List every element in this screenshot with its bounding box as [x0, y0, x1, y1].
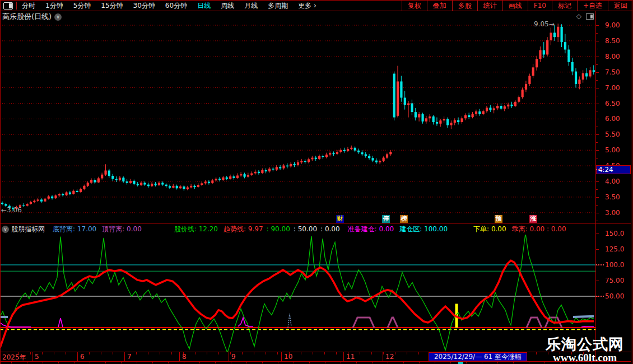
event-badge-财[interactable]: 财 — [336, 215, 344, 223]
action-统计[interactable]: 统计 — [477, 1, 502, 11]
indicator-chart[interactable] — [0, 235, 595, 352]
indicator-value: : 50.00 — [294, 225, 317, 233]
action-多股[interactable]: 多股 — [452, 1, 477, 11]
prepare-line — [581, 326, 594, 327]
indicator-value: 下单: 0.00 — [473, 225, 506, 234]
price-tick-label: 6.00 — [605, 115, 620, 123]
indicator-tick-label: 150.0 — [605, 230, 624, 237]
action-toolbar: 复权叠加多股统计画线F10标记+自选返回 — [402, 1, 633, 11]
action-标记[interactable]: 标记 — [552, 1, 577, 11]
trading-terminal: 分时1分钟5分钟15分钟30分钟60分钟日线周线月线多周期更多 › 复权叠加多股… — [0, 0, 633, 364]
clipped-bottom-row — [0, 362, 633, 364]
action-画线[interactable]: 画线 — [502, 1, 528, 11]
price-tick-label: 4.00 — [605, 178, 620, 185]
indicator-tick-label: 75.00 — [605, 277, 624, 284]
month-label: 12 — [385, 353, 394, 361]
period-tab-分时[interactable]: 分时 — [17, 1, 40, 11]
titlebar-icons: ◇ — [576, 12, 594, 20]
indicator-value: : 0.00 — [320, 225, 340, 233]
indicator-tick-label: 100.0 — [605, 261, 624, 269]
period-tab-更多 ›[interactable]: 更多 › — [293, 1, 322, 11]
indicator-dots-100 — [596, 264, 604, 265]
indicator-value: 乖离: 0.00 : 0.00 — [512, 225, 566, 234]
price-tick-label: 3.50 — [605, 193, 620, 201]
price-tick-label: 7.50 — [605, 68, 620, 76]
indicator-value: 建仓区: 100.00 — [399, 225, 448, 234]
period-tab-30分钟[interactable]: 30分钟 — [128, 1, 160, 11]
event-badge-涨[interactable]: 涨 — [529, 215, 537, 223]
title-row: 高乐股份(日线) ∨ — [0, 12, 595, 22]
month-label: 10 — [284, 353, 292, 361]
month-label: 7 — [127, 353, 132, 361]
bottom-divergence-bar — [573, 316, 594, 317]
period-tab-1分钟[interactable]: 1分钟 — [40, 1, 68, 11]
month-label: 9 — [231, 353, 236, 361]
watermark: 乐淘公式网 www.60lt.com — [546, 336, 624, 363]
indicator-dots-50 — [596, 296, 604, 297]
split-pane-icon[interactable] — [586, 13, 594, 20]
price-tick-label: 7.00 — [605, 84, 620, 92]
indicator-header: ∨ 股朋指标网 底背离: 17.00顶背离: 0.00股价线: 12.20趋势线… — [0, 224, 595, 234]
price-gridlines — [0, 25, 595, 213]
low-price-annotation: ←3.06 — [1, 206, 22, 214]
ready-zone-hump — [353, 318, 374, 328]
period-tab-周线[interactable]: 周线 — [216, 1, 239, 11]
indicator-chevron-icon[interactable]: ∨ — [2, 226, 9, 233]
ready-zone-hump — [527, 318, 542, 328]
watermark-url: www.60lt.com — [546, 353, 624, 363]
indicator-tick-label: 50.00 — [605, 292, 624, 300]
prepare-line — [0, 323, 31, 327]
period-tab-日线[interactable]: 日线 — [192, 1, 216, 11]
axis-divider — [595, 11, 596, 362]
prepare-line — [58, 318, 63, 327]
panel-divider — [0, 223, 631, 223]
period-tab-60分钟[interactable]: 60分钟 — [160, 1, 192, 11]
candlestick-chart[interactable] — [0, 22, 595, 223]
price-tick-label: 5.50 — [605, 130, 620, 138]
indicator-value: 趋势线: 9.97 — [224, 225, 263, 234]
watermark-site-name: 乐淘公式网 — [546, 336, 624, 353]
event-badge-预[interactable]: 预 — [495, 215, 502, 223]
action-返回[interactable]: 返回 — [608, 1, 633, 11]
selected-date-badge: 2025/12/29/— 61 至今涨幅29.31% — [429, 352, 527, 361]
indicator-name[interactable]: 股朋指标网 — [11, 225, 45, 234]
trend-line-series — [0, 260, 594, 348]
date-axis: 2025年 56789101112 2025/12/29/— 61 至今涨幅29… — [0, 352, 595, 361]
period-tab-多周期[interactable]: 多周期 — [263, 1, 293, 11]
action-F10[interactable]: F10 — [528, 1, 552, 11]
diamond-icon[interactable]: ◇ — [576, 12, 581, 20]
top-toolbar: 分时1分钟5分钟15分钟30分钟60分钟日线周线月线多周期更多 › 复权叠加多股… — [0, 0, 633, 11]
indicator-value: : 90.00 — [267, 225, 290, 233]
period-toolbar: 分时1分钟5分钟15分钟30分钟60分钟日线周线月线多周期更多 › — [0, 1, 322, 11]
month-label: 6 — [80, 353, 85, 361]
price-tick-label: 3.00 — [605, 209, 620, 217]
action-叠加[interactable]: 叠加 — [427, 1, 452, 11]
price-tick-label: 8.00 — [605, 53, 620, 60]
prepare-line — [238, 318, 253, 326]
price-tick-label: 6.50 — [605, 100, 620, 108]
price-line-series — [0, 235, 594, 352]
action-复权[interactable]: 复权 — [402, 1, 427, 11]
event-badge-停[interactable]: 停 — [382, 215, 390, 223]
event-badge-榜[interactable]: 榜 — [400, 215, 408, 223]
layout-pane-icon[interactable] — [3, 2, 13, 10]
price-tick-label: 5.00 — [605, 146, 620, 154]
period-tab-15分钟[interactable]: 15分钟 — [96, 1, 128, 11]
frame-right — [631, 0, 631, 364]
period-tab-月线[interactable]: 月线 — [239, 1, 263, 11]
frame-left — [0, 0, 1, 364]
chevron-down-icon[interactable]: ∨ — [54, 13, 62, 21]
page-title: 高乐股份(日线) — [2, 12, 52, 22]
price-marker-dots — [596, 169, 604, 170]
indicator-value: 顶背离: 0.00 — [102, 225, 142, 234]
indicator-value: 底背离: 17.00 — [53, 225, 96, 234]
action-+自选[interactable]: +自选 — [577, 1, 608, 11]
indicator-value: 准备建仓: 0.00 — [348, 225, 394, 234]
high-price-annotation: 9.05→ — [534, 20, 555, 28]
price-tick-label: 9.00 — [605, 21, 620, 29]
clipped-ui-fragment — [458, 362, 463, 364]
indicator-value: 股价线: 12.20 — [174, 225, 218, 234]
ready-zone-hump — [388, 318, 398, 328]
period-tab-5分钟[interactable]: 5分钟 — [68, 1, 96, 11]
candles — [1, 24, 595, 211]
